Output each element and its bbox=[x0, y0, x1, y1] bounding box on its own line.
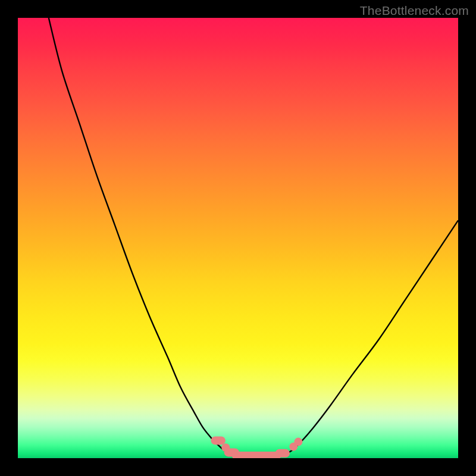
chart-frame: TheBottleneck.com bbox=[0, 0, 476, 476]
plot-area bbox=[18, 18, 458, 458]
data-marker bbox=[294, 438, 302, 446]
data-markers bbox=[211, 436, 303, 458]
curve-layer bbox=[18, 18, 458, 458]
data-marker bbox=[232, 452, 281, 458]
data-marker bbox=[275, 449, 290, 458]
attribution-text: TheBottleneck.com bbox=[360, 4, 469, 18]
bottleneck-curve bbox=[49, 18, 458, 456]
data-marker bbox=[211, 436, 226, 444]
